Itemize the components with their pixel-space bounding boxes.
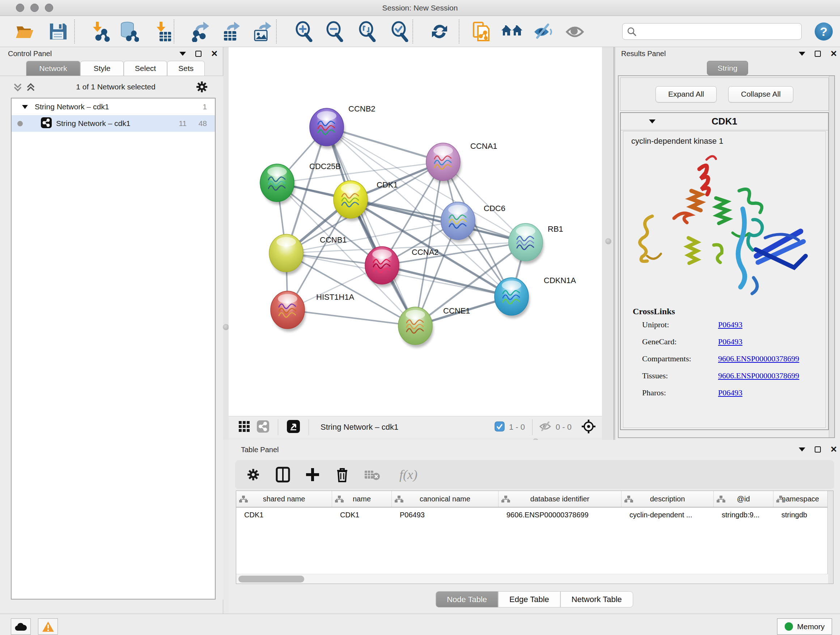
cloud-status-button[interactable] [11,618,31,635]
tab-network[interactable]: Network [26,61,80,76]
show-hide-graphics-button[interactable] [531,20,554,43]
warnings-button[interactable] [38,618,58,635]
column-header-name[interactable]: name [332,491,392,507]
crosslink-label: Uniprot: [642,320,718,329]
column-header-namespace[interactable]: namespace [774,491,828,507]
undock-panel-icon[interactable] [195,51,202,57]
toolbar-separator [276,19,277,43]
fit-selected-crosshair-button[interactable] [581,419,596,435]
open-session-button[interactable] [13,20,36,43]
column-header-description[interactable]: description [622,491,714,507]
first-neighbors-button[interactable] [500,20,523,43]
close-panel-icon[interactable]: ✕ [830,51,837,57]
delete-column-button[interactable] [333,465,352,484]
float-panel-icon[interactable] [799,448,805,451]
crosslink-link[interactable]: P06493 [718,337,742,347]
zoom-selected-button[interactable] [388,20,411,43]
node-table: shared name name canonical name database… [236,491,834,584]
grid-view-button[interactable] [239,421,249,433]
splitter-handle[interactable] [605,238,611,244]
table-header-row: shared name name canonical name database… [236,491,833,508]
close-panel-icon[interactable]: ✕ [211,51,218,57]
crosslink-link[interactable]: P06493 [718,320,742,329]
column-header-database-identifier[interactable]: database identifier [499,491,622,507]
import-network-file-button[interactable] [88,20,111,43]
table-options-button[interactable] [244,465,263,484]
table-horizontal-scrollbar[interactable] [236,574,828,584]
create-column-button[interactable] [303,465,322,484]
expand-all-networks-button[interactable] [26,82,35,94]
open-in-window-button[interactable] [287,420,300,434]
crosslink-link[interactable]: P06493 [718,388,742,397]
left-splitter[interactable] [223,47,229,440]
selected-checkbox-icon[interactable] [494,421,505,433]
collapse-triangle-icon[interactable] [649,119,655,124]
collapse-all-networks-button[interactable] [13,82,22,94]
save-session-button[interactable] [46,20,69,43]
column-header-shared-name[interactable]: shared name [236,491,332,507]
tab-node-table[interactable]: Node Table [436,591,498,608]
tab-select[interactable]: Select [124,61,167,76]
float-panel-icon[interactable] [180,52,186,56]
tab-edge-table[interactable]: Edge Table [498,591,561,608]
show-columns-button[interactable] [273,465,292,484]
svg-text:CCNE1: CCNE1 [443,306,470,315]
table-row[interactable]: CDK1CDK1P064939606.ENSP00000378699cyclin… [236,508,833,524]
help-button[interactable]: ? [815,22,833,41]
zoom-in-button[interactable] [292,20,316,43]
undock-panel-icon[interactable] [815,447,821,453]
right-splitter[interactable] [602,47,615,440]
delete-table-button[interactable] [363,465,381,484]
network-graph[interactable]: CCNB2 CCNA1 CDC25B CDK1 CDC6 RB1 CCNB1 C… [229,47,602,416]
import-network-database-button[interactable] [117,20,140,43]
import-table-file-button[interactable] [150,20,174,43]
svg-text:CDKN1A: CDKN1A [544,276,576,285]
zoom-selected-icon [389,21,410,42]
tab-network-table[interactable]: Network Table [561,591,633,608]
network-birdseye-button[interactable] [257,420,269,434]
svg-text:CCNB1: CCNB1 [320,235,347,244]
close-panel-icon[interactable]: ✕ [830,447,837,453]
export-image-button[interactable] [251,20,274,43]
network-row[interactable]: String Network – cdk1 11 48 [11,115,215,132]
float-panel-icon[interactable] [799,52,805,56]
gene-section-header[interactable]: CDK1 [621,113,828,130]
copy-network-button[interactable] [470,20,493,43]
network-collection-row[interactable]: String Network – cdk1 1 [11,98,215,115]
memory-button[interactable]: Memory [777,618,832,635]
table-vertical-scrollbar[interactable] [827,491,833,584]
hidden-eye-slash-icon[interactable] [539,421,551,433]
tab-sets[interactable]: Sets [167,61,205,76]
results-vertical-scrollbar[interactable] [829,76,834,437]
tab-string[interactable]: String [707,61,748,75]
expand-all-button[interactable]: Expand All [655,86,717,103]
column-header-@id[interactable]: @id [714,491,774,507]
collapse-all-button[interactable]: Collapse All [728,86,793,103]
undock-panel-icon[interactable] [815,51,821,57]
window-title: Session: New Session [0,4,840,12]
network-panel-options-button[interactable] [195,80,208,95]
splitter-handle[interactable] [223,324,229,330]
control-panel-title: Control Panel [8,50,52,58]
protein-structure-image [623,147,826,304]
apply-layout-button[interactable] [428,20,451,43]
zoom-fit-button[interactable] [355,20,379,43]
zoom-out-button[interactable] [323,20,346,43]
level-of-detail-button[interactable] [564,20,587,43]
chevron-double-down-icon [13,82,22,93]
column-header-canonical-name[interactable]: canonical name [392,491,499,507]
tab-style[interactable]: Style [80,61,124,76]
search-box[interactable] [622,23,802,40]
scrollbar-thumb[interactable] [238,576,304,583]
function-builder-button[interactable]: f(x) [392,465,425,484]
collapse-triangle-icon[interactable] [22,103,28,111]
network-canvas[interactable]: CCNB2 CCNA1 CDC25B CDK1 CDC6 RB1 CCNB1 C… [229,47,602,416]
crosslink-link[interactable]: 9606.ENSP00000378699 [718,371,799,380]
crosslink-link[interactable]: 9606.ENSP00000378699 [718,354,799,363]
crosslink-label: Pharos: [642,388,718,397]
export-network-button[interactable] [189,20,212,43]
export-table-button[interactable] [220,20,243,43]
search-input[interactable] [636,27,792,36]
gene-section: CDK1 cyclin-dependent kinase 1 [620,112,829,430]
open-folder-icon [14,21,35,42]
